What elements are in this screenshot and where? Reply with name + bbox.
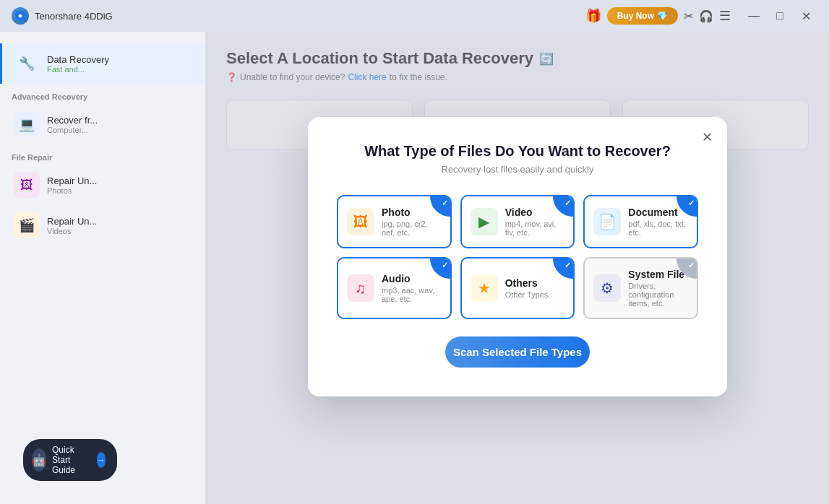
file-repair-section: File Repair [0,144,205,165]
buy-now-button[interactable]: Buy Now 💎 [607,7,678,25]
video-icon: ▶ [471,208,498,235]
audio-ext: mp3, aac, wav, ape, etc. [382,286,442,303]
others-name: Others [505,277,549,289]
document-name: Document [628,207,688,218]
main-layout: 🔧 Data Recovery Fast and... Advanced Rec… [0,32,829,504]
chatbot-arrow-icon: → [97,452,106,468]
others-ext: Other Types [505,290,549,299]
title-bar-left: Tenorshare 4DDiG [12,7,113,25]
photo-name: Photo [382,207,442,218]
app-logo [12,7,29,25]
photo-icon: 🖼 [347,208,374,235]
menu-icon[interactable]: ☰ [719,8,731,24]
modal-title: What Type of Files Do You Want to Recove… [337,143,698,160]
content-area: Select A Location to Start Data Recovery… [206,32,829,504]
audio-name: Audio [382,273,442,284]
file-type-grid: ✓ 🖼 Photo jpg, png, cr2, nef, etc. ✓ ▶ V… [337,195,698,319]
file-type-modal: ✕ What Type of Files Do You Want to Reco… [308,117,727,396]
photo-ext: jpg, png, cr2, nef, etc. [382,220,442,237]
sidebar-item-data-recovery[interactable]: 🔧 Data Recovery Fast and... [0,43,205,84]
file-type-card-others[interactable]: ✓ ★ Others Other Types [460,257,575,319]
blade-icon: ✂ [684,9,693,23]
scan-button[interactable]: Scan Selected File Types [445,336,590,368]
close-button[interactable]: ✕ [794,4,817,27]
repair-photos-label: Repair Un... [47,175,97,186]
maximize-button[interactable]: □ [768,4,791,27]
title-bar-right: 🎁 Buy Now 💎 ✂ 🎧 ☰ — □ ✕ [585,4,817,27]
modal-subtitle: Recovery lost files easily and quickly [337,164,698,175]
modal-close-button[interactable]: ✕ [697,127,717,147]
system-name: System File [628,269,688,280]
sidebar-item-recover-computer[interactable]: 💻 Recover fr... Computer... [0,104,205,144]
data-recovery-icon: 🔧 [14,51,40,77]
document-ext: pdf, xls, doc, txt, etc. [628,220,688,237]
app-title: Tenorshare 4DDiG [35,11,113,22]
video-name: Video [505,207,565,218]
system-icon: ⚙ [593,274,621,302]
chatbot-button[interactable]: 🤖 Quick Start Guide → [23,439,117,481]
file-type-card-document[interactable]: ✓ 📄 Document pdf, xls, doc, txt, etc. [583,195,698,248]
repair-videos-label: Repair Un... [47,216,97,227]
advanced-recovery-section: Advanced Recovery [0,84,205,104]
gift-icon[interactable]: 🎁 [585,8,601,24]
window-controls: — □ ✕ [742,4,817,27]
file-type-card-photo[interactable]: ✓ 🖼 Photo jpg, png, cr2, nef, etc. [337,195,452,248]
others-icon: ★ [471,274,498,302]
sidebar: 🔧 Data Recovery Fast and... Advanced Rec… [0,32,206,504]
recover-computer-icon: 💻 [14,111,40,137]
data-recovery-sublabel: Fast and... [47,65,109,74]
check-corner-others: ✓ [553,258,573,279]
repair-photos-icon: 🖼 [14,172,40,198]
file-type-card-video[interactable]: ✓ ▶ Video mp4, mov, avi, flv, etc. [460,195,575,248]
chatbot-label: Quick Start Guide [52,445,91,475]
repair-videos-icon: 🎬 [14,212,40,238]
document-icon: 📄 [593,208,621,235]
video-ext: mp4, mov, avi, flv, etc. [505,220,565,237]
sidebar-item-repair-photos[interactable]: 🖼 Repair Un... Photos [0,165,205,205]
recover-computer-label: Recover fr... [47,115,98,126]
file-type-card-system[interactable]: ✓ ⚙ System File Drivers, configuration i… [583,257,698,319]
minimize-button[interactable]: — [742,4,765,27]
sidebar-item-repair-videos[interactable]: 🎬 Repair Un... Videos [0,205,205,246]
headset-icon[interactable]: 🎧 [699,9,713,23]
file-type-card-audio[interactable]: ✓ ♫ Audio mp3, aac, wav, ape, etc. [337,257,452,319]
data-recovery-label: Data Recovery [47,54,109,65]
chatbot-icon: 🤖 [32,448,46,472]
audio-icon: ♫ [347,274,374,302]
title-bar: Tenorshare 4DDiG 🎁 Buy Now 💎 ✂ 🎧 ☰ — □ ✕ [0,0,829,32]
system-ext: Drivers, configuration items, etc. [628,282,688,308]
